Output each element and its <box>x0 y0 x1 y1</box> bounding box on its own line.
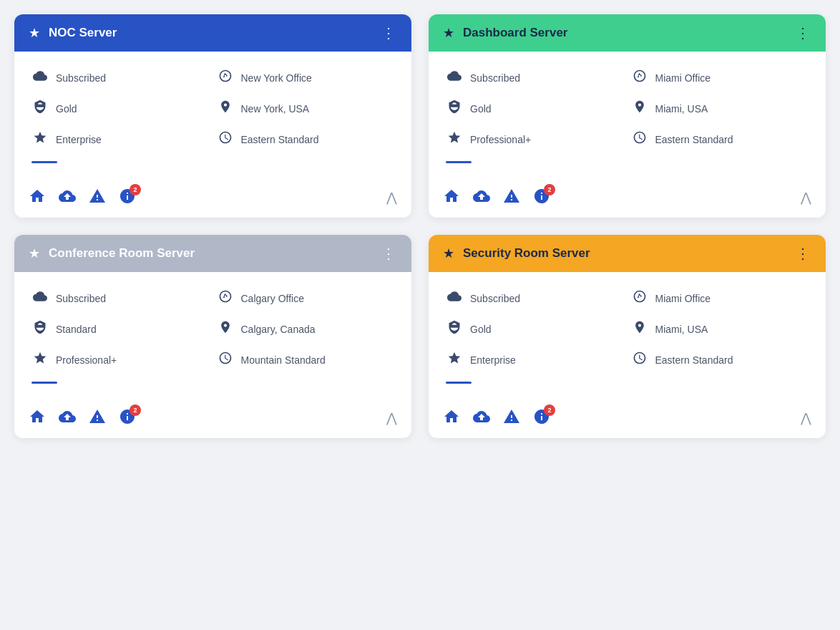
noc-info-plan: Enterprise <box>31 127 210 151</box>
noc-location-text: New York, USA <box>241 103 310 115</box>
noc-alert-button[interactable] <box>89 188 106 208</box>
dashboard-home-button[interactable] <box>443 188 460 208</box>
dashboard-server-header: ★ Dashboard Server ⋮ <box>429 14 826 52</box>
noc-star-icon: ★ <box>29 25 40 41</box>
noc-home-button[interactable] <box>29 188 46 208</box>
noc-upload-button[interactable] <box>59 188 76 208</box>
noc-info-button[interactable]: 2 <box>119 188 136 208</box>
security-upload-button[interactable] <box>473 408 490 428</box>
dashboard-tier-text: Gold <box>470 103 492 115</box>
star-icon-sec <box>446 351 463 369</box>
dashboard-footer: 2 ⋀ <box>429 180 826 218</box>
noc-server-card: ★ NOC Server ⋮ Subscribed <box>14 14 411 218</box>
dashboard-location-text: Miami, USA <box>655 103 708 115</box>
security-plan-text: Enterprise <box>470 354 516 366</box>
security-collapse-button[interactable]: ⋀ <box>801 410 811 426</box>
noc-subscribed-text: Subscribed <box>56 72 106 84</box>
security-star-icon: ★ <box>443 246 454 261</box>
noc-collapse-button[interactable]: ⋀ <box>386 190 397 205</box>
conference-more-button[interactable]: ⋮ <box>381 245 397 262</box>
conference-info-button[interactable]: 2 <box>119 408 136 428</box>
clock-icon-sec <box>631 351 648 369</box>
security-tier-text: Gold <box>470 324 492 335</box>
conference-alert-button[interactable] <box>89 408 106 428</box>
compass-icon-sec <box>631 289 648 307</box>
dashboard-more-button[interactable]: ⋮ <box>796 24 811 42</box>
security-info-button[interactable]: 2 <box>533 408 550 428</box>
clock-icon-dash <box>631 130 648 148</box>
security-footer: 2 ⋀ <box>429 401 826 438</box>
conference-collapse-button[interactable]: ⋀ <box>386 410 397 426</box>
noc-badge: 2 <box>130 184 141 195</box>
security-info-plan: Enterprise <box>446 348 624 372</box>
noc-info-timezone: Eastern Standard <box>217 127 395 151</box>
cloud-icon-sec <box>446 289 463 307</box>
dashboard-office-text: Miami Office <box>655 72 711 84</box>
noc-server-body: Subscribed New York Office Gold <box>14 52 411 180</box>
location-icon-conf <box>217 320 234 338</box>
conference-plan-text: Professional+ <box>56 354 117 366</box>
conference-subscribed-text: Subscribed <box>56 293 106 304</box>
dashboard-alert-button[interactable] <box>503 188 520 208</box>
location-icon <box>217 100 234 117</box>
security-header-left: ★ Security Room Server <box>443 246 590 261</box>
dashboard-info-grid: Subscribed Miami Office Gold <box>446 66 809 151</box>
dashboard-subscribed-text: Subscribed <box>470 72 520 84</box>
conference-tier-text: Standard <box>56 324 97 335</box>
security-home-button[interactable] <box>443 408 460 428</box>
shield-icon-conf <box>31 320 49 338</box>
security-divider <box>446 382 472 384</box>
dashboard-info-location: Miami, USA <box>631 97 809 120</box>
security-room-server-card: ★ Security Room Server ⋮ Subscribed <box>429 235 826 438</box>
dashboard-timezone-text: Eastern Standard <box>655 134 733 145</box>
conference-info-tier: Standard <box>31 317 210 341</box>
noc-info-office: New York Office <box>217 66 395 89</box>
security-badge: 2 <box>544 404 555 416</box>
security-info-tier: Gold <box>446 317 624 341</box>
noc-header-left: ★ NOC Server <box>29 25 117 41</box>
dashboard-info-office: Miami Office <box>631 66 809 89</box>
dashboard-info-tier: Gold <box>446 97 624 120</box>
shield-icon-dash <box>446 100 463 117</box>
noc-timezone-text: Eastern Standard <box>241 134 319 145</box>
security-alert-button[interactable] <box>503 408 520 428</box>
security-info-office: Miami Office <box>631 286 809 310</box>
conference-info-grid: Subscribed Calgary Office Standard <box>31 286 394 372</box>
conference-location-text: Calgary, Canada <box>241 324 316 335</box>
dashboard-info-plan: Professional+ <box>446 127 624 151</box>
dashboard-star-icon: ★ <box>443 25 454 41</box>
security-server-body: Subscribed Miami Office Gold <box>429 272 826 401</box>
right-column: ★ Dashboard Server ⋮ Subscribed <box>429 14 826 438</box>
conference-info-location: Calgary, Canada <box>217 317 395 341</box>
security-subscribed-text: Subscribed <box>470 293 520 304</box>
noc-plan-text: Enterprise <box>56 134 102 145</box>
dashboard-info-subscribed: Subscribed <box>446 66 624 89</box>
security-info-timezone: Eastern Standard <box>631 348 809 372</box>
dashboard-info-button[interactable]: 2 <box>533 188 550 208</box>
noc-server-header: ★ NOC Server ⋮ <box>14 14 411 52</box>
conference-footer: 2 ⋀ <box>14 401 411 438</box>
conference-info-plan: Professional+ <box>31 348 210 372</box>
security-office-text: Miami Office <box>655 293 711 304</box>
security-info-grid: Subscribed Miami Office Gold <box>446 286 809 372</box>
dashboard-server-card: ★ Dashboard Server ⋮ Subscribed <box>429 14 826 218</box>
dashboard-upload-button[interactable] <box>473 188 490 208</box>
security-server-header: ★ Security Room Server ⋮ <box>429 235 826 272</box>
conference-badge: 2 <box>130 404 141 416</box>
security-more-button[interactable]: ⋮ <box>796 245 811 262</box>
dashboard-collapse-button[interactable]: ⋀ <box>801 190 811 205</box>
conference-home-button[interactable] <box>29 408 46 428</box>
cloud-icon <box>31 69 49 87</box>
conference-info-subscribed: Subscribed <box>31 286 210 310</box>
noc-info-tier: Gold <box>31 97 210 120</box>
conference-info-office: Calgary Office <box>217 286 395 310</box>
noc-info-grid: Subscribed New York Office Gold <box>31 66 394 151</box>
conference-upload-button[interactable] <box>59 408 76 428</box>
noc-more-button[interactable]: ⋮ <box>381 24 397 42</box>
noc-server-title: NOC Server <box>49 26 117 40</box>
noc-footer: 2 ⋀ <box>14 180 411 218</box>
security-info-location: Miami, USA <box>631 317 809 341</box>
location-icon-dash <box>631 100 648 117</box>
star-icon-conf <box>31 351 49 369</box>
noc-footer-icons: 2 <box>29 188 136 208</box>
